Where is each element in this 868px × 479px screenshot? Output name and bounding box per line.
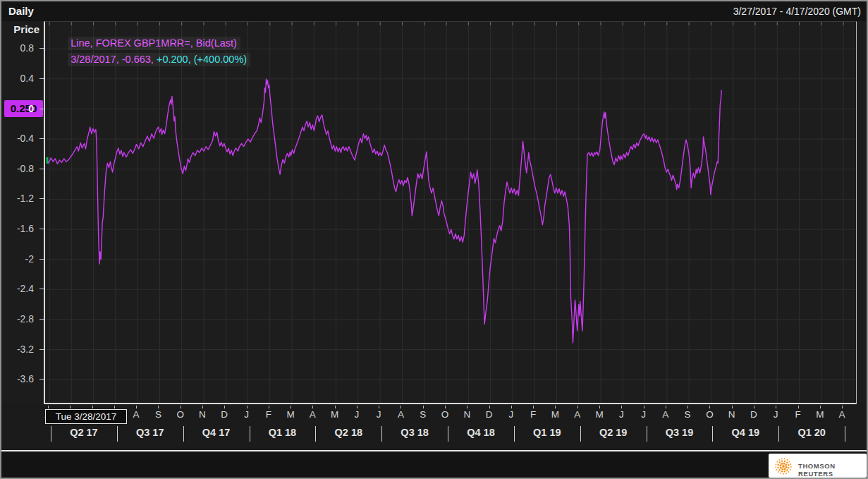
quarter-label: Q3 18 bbox=[381, 427, 448, 438]
month-tick-mark bbox=[820, 406, 821, 408]
month-label: J bbox=[769, 409, 783, 420]
y-tick-label: -1.2 bbox=[1, 192, 34, 205]
month-tick-mark bbox=[269, 406, 269, 408]
quarter-label: Q1 20 bbox=[778, 427, 845, 438]
month-label: J bbox=[614, 409, 628, 420]
month-tick-mark bbox=[709, 406, 710, 408]
month-tick-mark bbox=[401, 406, 401, 408]
y-tick-label: -2 bbox=[1, 253, 34, 265]
month-tick-mark bbox=[379, 406, 379, 408]
month-tick-mark bbox=[92, 406, 93, 408]
month-label: A bbox=[570, 409, 585, 420]
month-label: M bbox=[813, 409, 827, 420]
month-label: D bbox=[217, 409, 231, 420]
interval-label: Daily bbox=[8, 5, 34, 17]
quarter-label: Q4 18 bbox=[448, 427, 514, 438]
month-tick-mark bbox=[555, 406, 556, 408]
month-tick-mark bbox=[798, 406, 799, 408]
month-label: A bbox=[835, 409, 849, 420]
cursor-open-marker bbox=[47, 157, 49, 164]
month-label: F bbox=[791, 409, 805, 420]
y-axis-title: Price bbox=[13, 23, 39, 35]
month-tick-mark bbox=[423, 406, 424, 408]
month-tick-mark bbox=[202, 406, 203, 408]
month-tick-mark bbox=[247, 406, 247, 408]
thomson-reuters-logo: THOMSON REUTERS bbox=[769, 454, 867, 478]
month-label: A bbox=[129, 409, 143, 420]
cursor-date-badge: Tue 3/28/2017 bbox=[45, 409, 127, 424]
month-tick-mark bbox=[666, 406, 666, 408]
month-tick-mark bbox=[467, 406, 467, 408]
month-tick-mark bbox=[533, 406, 534, 408]
quarter-label: Q2 19 bbox=[580, 427, 647, 438]
month-tick-mark bbox=[224, 406, 225, 408]
month-tick-mark bbox=[158, 406, 159, 408]
month-label: N bbox=[460, 409, 474, 420]
quarter-label: Q2 18 bbox=[315, 427, 381, 438]
y-axis[interactable]: Price 0.250 -3.906 0.80.40-0.4-0.8-1.2-1… bbox=[1, 21, 44, 404]
month-tick-mark bbox=[70, 406, 71, 408]
quarter-label: Q3 17 bbox=[117, 427, 183, 438]
y-tick-label: -0.8 bbox=[1, 162, 34, 175]
month-label: F bbox=[526, 409, 540, 420]
y-tick-label: 0.8 bbox=[1, 42, 34, 54]
chart-plot-area[interactable]: Line, FOREX GBP1MRR=, Bid(Last) 3/28/201… bbox=[44, 21, 857, 404]
month-tick-mark bbox=[48, 406, 49, 408]
y-tick-label: -2.8 bbox=[1, 313, 34, 325]
month-tick-mark bbox=[842, 406, 843, 408]
month-tick-mark bbox=[511, 406, 512, 408]
y-tick-label: -3.2 bbox=[1, 343, 34, 356]
month-label: J bbox=[372, 409, 386, 420]
quarter-label: Q4 17 bbox=[183, 427, 250, 438]
quarter-label: Q1 18 bbox=[249, 427, 315, 438]
month-label: J bbox=[240, 409, 254, 420]
month-label: J bbox=[350, 409, 364, 420]
chart-window: Daily 3/27/2017 - 4/17/2020 (GMT) Price … bbox=[0, 0, 868, 479]
month-label: S bbox=[416, 409, 430, 420]
month-tick-mark bbox=[312, 406, 313, 408]
month-label: A bbox=[305, 409, 319, 420]
month-label: S bbox=[680, 409, 695, 420]
y-tick-label: -1.6 bbox=[1, 222, 34, 235]
month-label: M bbox=[548, 409, 562, 420]
month-tick-mark bbox=[621, 406, 622, 408]
month-label: D bbox=[482, 409, 496, 420]
date-range-label: 3/27/2017 - 4/17/2020 (GMT) bbox=[733, 6, 861, 17]
month-label: N bbox=[195, 409, 209, 420]
chart-header: Daily 3/27/2017 - 4/17/2020 (GMT) bbox=[1, 1, 867, 21]
month-label: N bbox=[725, 409, 739, 420]
month-label: A bbox=[393, 409, 408, 420]
price-line-series bbox=[47, 79, 721, 343]
month-tick-mark bbox=[644, 406, 644, 408]
quarter-label: Q1 19 bbox=[514, 427, 580, 438]
x-axis[interactable]: AMJJASONDJFMAMJJASONDJFMAMJJASONDJFMA Q2… bbox=[1, 404, 868, 451]
month-tick-mark bbox=[335, 406, 336, 408]
legend-change-value: +0.200, (+400.00%) bbox=[154, 54, 247, 65]
y-tick-label: -2.4 bbox=[1, 282, 34, 295]
month-tick-mark bbox=[445, 406, 446, 408]
month-label: S bbox=[151, 409, 165, 420]
legend-cursor-value: 3/28/2017, -0.663, bbox=[71, 54, 154, 65]
bottom-strip: THOMSON REUTERS bbox=[1, 451, 868, 479]
quarter-label: Q2 17 bbox=[51, 427, 117, 438]
month-tick-mark bbox=[687, 406, 688, 408]
month-tick-mark bbox=[577, 406, 578, 408]
month-tick-mark bbox=[181, 406, 181, 408]
legend-values: 3/28/2017, -0.663, +0.200, (+400.00%) bbox=[51, 42, 250, 78]
month-tick-mark bbox=[489, 406, 490, 408]
y-tick-label: 0.4 bbox=[1, 72, 34, 85]
month-tick-mark bbox=[291, 406, 291, 408]
month-label: J bbox=[637, 409, 651, 420]
quarter-label: Q3 19 bbox=[646, 427, 712, 438]
month-tick-mark bbox=[599, 406, 600, 408]
month-label: F bbox=[262, 409, 276, 420]
month-label: M bbox=[283, 409, 298, 420]
month-label: D bbox=[747, 409, 761, 420]
y-tick-label: -0.4 bbox=[1, 132, 34, 145]
month-label: A bbox=[659, 409, 673, 420]
price-line-chart[interactable] bbox=[45, 22, 856, 403]
month-label: O bbox=[702, 409, 716, 420]
month-label: O bbox=[173, 409, 188, 420]
month-label: J bbox=[504, 409, 518, 420]
y-tick-label: -3.6 bbox=[1, 372, 34, 385]
